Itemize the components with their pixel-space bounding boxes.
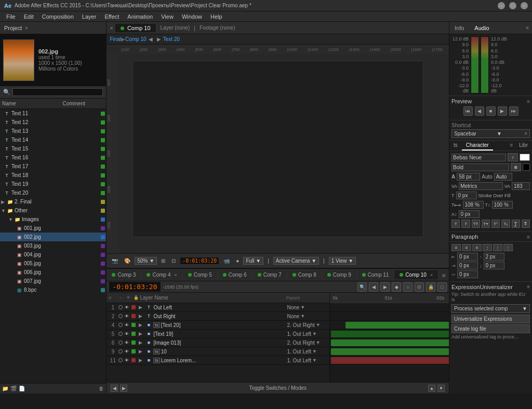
style-super-btn[interactable]: T°: [491, 220, 500, 228]
comp-tab-comp7[interactable]: Comp 7: [252, 270, 287, 279]
menu-composition[interactable]: Composition: [38, 12, 78, 21]
shortcut-input[interactable]: Spacebar ▼ ×: [451, 129, 530, 138]
stroke-size-field[interactable]: [456, 192, 477, 199]
expand-icon[interactable]: ▶: [137, 312, 144, 320]
maximize-button[interactable]: □: [509, 2, 516, 9]
tab-character[interactable]: Character: [462, 141, 493, 151]
first-indent-field[interactable]: [457, 270, 478, 278]
preview-play-back[interactable]: ◀: [475, 106, 484, 116]
tab-close-active[interactable]: ×: [430, 272, 433, 278]
visibility-icon[interactable]: 👁: [124, 304, 130, 310]
align-left-btn[interactable]: ≡: [451, 244, 461, 251]
visibility-icon[interactable]: 👁: [124, 339, 130, 346]
zoom-dropdown[interactable]: 50% ▼: [135, 257, 157, 265]
comp-tab-comp3[interactable]: Comp 3: [107, 270, 141, 279]
baseline-field[interactable]: [459, 210, 480, 218]
tl-lock[interactable]: 🔒: [426, 282, 435, 292]
layer-row-6[interactable]: 6 👁 ▶ ■ [Image 013] 2. Out Right: [107, 338, 329, 347]
menu-view[interactable]: View: [157, 12, 178, 21]
space-before-field[interactable]: [484, 253, 504, 261]
project-menu-icon[interactable]: ≡: [25, 25, 28, 31]
stroke-color-btn[interactable]: [523, 163, 530, 171]
indent-left-field[interactable]: [457, 253, 478, 261]
solo-icon[interactable]: [118, 349, 123, 353]
list-item[interactable]: ▼ 📁 Other: [0, 206, 106, 215]
parent-arrow[interactable]: ▼: [300, 313, 305, 319]
tl-label[interactable]: □: [437, 282, 447, 292]
tab-info[interactable]: Info: [449, 23, 469, 33]
layer-row-11[interactable]: 11 👁 ▶ ■ fx Lorem Lorem...: [107, 356, 329, 365]
composition-tab[interactable]: Comp 10: [115, 24, 156, 32]
style-bold-btn[interactable]: T: [451, 220, 460, 228]
expand-icon[interactable]: ▶: [137, 330, 144, 337]
list-item[interactable]: ▣007.jpg: [0, 277, 106, 285]
view-dropdown[interactable]: 1 View ▼: [329, 257, 356, 265]
list-item[interactable]: TText 11: [0, 109, 106, 118]
preview-skip-end[interactable]: ⏭: [509, 106, 518, 116]
list-item[interactable]: ▶ 📁 2. Final: [0, 197, 106, 206]
new-item-icon[interactable]: 📄: [19, 386, 25, 391]
char-menu[interactable]: ≡: [508, 141, 515, 151]
tl-solo[interactable]: ○: [403, 282, 413, 292]
leading-field[interactable]: [494, 173, 512, 181]
list-item[interactable]: TText 17: [0, 162, 106, 171]
space-after-field[interactable]: [484, 262, 504, 269]
menu-effect[interactable]: Effect: [100, 12, 123, 21]
parent-arrow[interactable]: ▼: [312, 358, 317, 363]
toggle-switches-label[interactable]: Toggle Switches / Modes: [127, 385, 428, 391]
layer-row-2[interactable]: 2 👁 ▶ T Out Right None: [107, 312, 329, 321]
list-item-selected[interactable]: ▣002.jpg: [0, 233, 106, 241]
expand-icon[interactable]: ▶: [137, 339, 144, 346]
comp-tab-comp11[interactable]: Comp 11: [357, 270, 395, 279]
expand-icon[interactable]: ▶: [137, 357, 144, 364]
scale-v-field[interactable]: [492, 201, 513, 209]
audio-panel-menu[interactable]: ≡: [523, 25, 532, 31]
menu-help[interactable]: Help: [206, 12, 227, 21]
list-item[interactable]: TText 16: [0, 153, 106, 162]
eu-create-log-btn[interactable]: Create log file: [451, 324, 530, 333]
align-justify-right-btn[interactable]: ⋮: [503, 244, 513, 251]
comp-tab-comp6[interactable]: Comp 6: [218, 270, 252, 279]
vc-preview-quality[interactable]: ●: [234, 257, 241, 265]
solo-icon[interactable]: [118, 305, 123, 309]
solo-icon[interactable]: [118, 314, 123, 318]
font-bold-btn[interactable]: B: [511, 163, 521, 171]
comp-tab-comp9[interactable]: Comp 9: [322, 270, 357, 279]
menu-window[interactable]: Window: [178, 12, 206, 21]
align-justify-center-btn[interactable]: ⋮: [493, 244, 502, 251]
list-item[interactable]: ▩8.bpc: [0, 285, 106, 294]
tabs-overflow-arrow[interactable]: »: [438, 271, 449, 279]
list-item[interactable]: ▣004.jpg: [0, 250, 106, 259]
comp-tab-comp10-active[interactable]: Comp 10 ×: [394, 270, 438, 279]
parent-arrow[interactable]: ▼: [316, 322, 321, 328]
expand-arrow[interactable]: ▶: [1, 199, 6, 204]
project-search-input[interactable]: [12, 88, 103, 96]
parent-arrow[interactable]: ▼: [300, 305, 305, 310]
indent-right-field[interactable]: [457, 262, 478, 269]
list-item[interactable]: TText 14: [0, 135, 106, 144]
tracking-field[interactable]: [512, 182, 530, 190]
layer-row-9[interactable]: 9 👁 ▶ ■ fx 10 1. Out L: [107, 347, 329, 356]
visibility-icon[interactable]: 👁: [124, 313, 130, 319]
align-justify-btn[interactable]: ⋮: [483, 244, 492, 251]
nav-forward[interactable]: ▶: [157, 36, 161, 42]
minimize-button[interactable]: ─: [498, 2, 505, 9]
expand-icon[interactable]: ▶: [137, 321, 144, 329]
eu-universalize-btn[interactable]: Universalize Expressions: [451, 315, 530, 323]
comp-tab-comp4[interactable]: Comp 4 ×: [141, 270, 182, 279]
parent-arrow[interactable]: ▼: [316, 340, 321, 345]
style-italic-btn[interactable]: T: [461, 220, 470, 228]
style-caps-btn[interactable]: TT: [472, 220, 480, 228]
tl-nav-in[interactable]: ◀: [369, 282, 378, 292]
style-sub-btn[interactable]: T₀: [501, 220, 510, 228]
font-color-btn[interactable]: [520, 154, 530, 161]
tl-add-marker[interactable]: ◆: [392, 282, 401, 292]
style-under-btn[interactable]: T̲: [512, 220, 520, 228]
vc-fit-comp[interactable]: ⊞: [159, 257, 167, 265]
vc-take-snapshot[interactable]: 📷: [110, 257, 120, 265]
new-comp-icon[interactable]: 🎬: [10, 386, 17, 391]
expand-arrow[interactable]: ▼: [8, 217, 14, 222]
visibility-icon[interactable]: 👁: [124, 348, 130, 355]
list-item[interactable]: ▣001.jpg: [0, 224, 106, 233]
vc-grid[interactable]: ⊡: [169, 257, 178, 265]
